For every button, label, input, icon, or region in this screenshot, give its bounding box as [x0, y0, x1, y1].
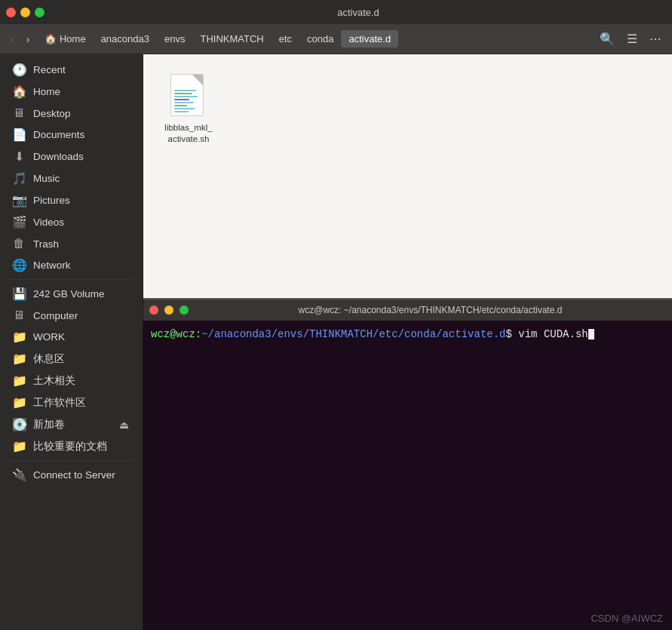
gongzuo-icon: 📁	[12, 395, 26, 410]
sidebar-item-pictures[interactable]: 📷 Pictures	[3, 189, 140, 211]
sidebar-item-videos[interactable]: 🎬 Videos	[3, 211, 140, 233]
sidebar-item-bijiaore[interactable]: 📁 比较重要的文档	[3, 435, 140, 457]
sidebar-label-computer: Computer	[33, 310, 78, 321]
music-icon: 🎵	[12, 171, 26, 186]
sidebar-label-recent: Recent	[33, 64, 66, 75]
sidebar-divider-2	[9, 460, 133, 461]
toolbar: ‹ › 🏠 Home anaconda3 envs THINKMATCH etc…	[0, 24, 672, 54]
sidebar-item-gongzuoruanjianqu[interactable]: 📁 工作软件区	[3, 392, 140, 413]
sidebar-item-downloads[interactable]: ⬇ Downloads	[3, 146, 140, 167]
view-list-button[interactable]: ☰	[622, 29, 642, 49]
home-icon: 🏠	[12, 85, 26, 99]
sidebar-label-network: Network	[33, 260, 71, 271]
trash-icon: 🗑	[12, 237, 26, 250]
sidebar-item-tumuxiangguan[interactable]: 📁 土木相关	[3, 370, 140, 392]
terminal-close-button[interactable]	[149, 306, 158, 315]
sidebar-label-tumuxiangguan: 土木相关	[33, 374, 75, 388]
file-icon-libblas	[170, 74, 207, 119]
sidebar-label-music: Music	[33, 173, 60, 184]
sidebar-label-home: Home	[33, 86, 60, 97]
maximize-button[interactable]	[35, 8, 44, 17]
minimize-button[interactable]	[20, 8, 30, 17]
sidebar-item-work[interactable]: 📁 WORK	[3, 326, 140, 348]
file-name-libblas: libblas_mkl_activate.sh	[164, 122, 212, 145]
sidebar-item-desktop[interactable]: 🖥 Desktop	[3, 103, 140, 124]
terminal-user: wcz@wcz:	[151, 328, 201, 340]
sidebar-label-downloads: Downloads	[33, 151, 84, 162]
sidebar-label-xiuxiqu: 休息区	[33, 352, 65, 366]
terminal-body[interactable]: wcz@wcz:~/anaconda3/envs/THINKMATCH/etc/…	[143, 321, 672, 630]
connect-server-icon: 🔌	[12, 468, 26, 482]
sidebar-label-desktop: Desktop	[33, 108, 71, 119]
work-icon: 📁	[12, 330, 26, 344]
sidebar-item-music[interactable]: 🎵 Music	[3, 167, 140, 189]
computer-icon: 🖥	[12, 309, 26, 322]
pictures-icon: 📷	[12, 193, 26, 207]
list-item[interactable]: libblas_mkl_activate.sh	[158, 69, 219, 149]
terminal-command: vim CUDA.sh	[512, 328, 588, 340]
eject-button[interactable]: ⏏	[118, 419, 130, 431]
sidebar-item-home[interactable]: 🏠 Home	[3, 81, 140, 103]
recent-icon: 🕐	[12, 63, 26, 77]
breadcrumb-etc[interactable]: etc	[272, 30, 299, 48]
sidebar-item-network[interactable]: 🌐 Network	[3, 254, 140, 276]
sidebar-label-documents: Documents	[33, 129, 84, 140]
sidebar-label-volume: 242 GB Volume	[33, 288, 105, 300]
terminal-prompt: $	[505, 328, 511, 340]
search-button[interactable]: 🔍	[595, 29, 619, 49]
downloads-icon: ⬇	[12, 149, 26, 164]
terminal-cursor	[588, 329, 594, 340]
sidebar-label-gongzuoruanjianqu: 工作软件区	[33, 396, 86, 410]
sidebar-label-pictures: Pictures	[33, 195, 70, 206]
terminal-path: ~/anaconda3/envs/THINKMATCH/etc/conda/ac…	[201, 328, 505, 340]
documents-icon: 📄	[12, 128, 26, 142]
sidebar-item-recent[interactable]: 🕐 Recent	[3, 59, 140, 81]
sidebar: 🕐 Recent 🏠 Home 🖥 Desktop 📄 Documents ⬇ …	[0, 54, 143, 630]
breadcrumb: 🏠 Home anaconda3 envs THINKMATCH etc con…	[37, 30, 592, 48]
sidebar-label-work: WORK	[33, 331, 65, 343]
breadcrumb-envs[interactable]: envs	[157, 30, 192, 48]
toolbar-actions: 🔍 ☰ ⋯	[595, 29, 666, 49]
xiuxiqu-icon: 📁	[12, 352, 26, 366]
main-layout: 🕐 Recent 🏠 Home 🖥 Desktop 📄 Documents ⬇ …	[0, 54, 672, 630]
terminal-maximize-button[interactable]	[180, 306, 189, 315]
breadcrumb-anaconda3[interactable]: anaconda3	[94, 30, 157, 48]
sidebar-label-bijiaore: 比较重要的文档	[33, 440, 107, 453]
breadcrumb-thinkmatch[interactable]: THINKMATCH	[192, 30, 271, 48]
breadcrumb-activated[interactable]: activate.d	[341, 30, 398, 48]
sidebar-item-computer[interactable]: 🖥 Computer	[3, 305, 140, 326]
sidebar-item-trash[interactable]: 🗑 Trash	[3, 233, 140, 254]
sidebar-label-xinjajuan: 新加卷	[33, 418, 65, 432]
terminal-command-line: wcz@wcz:~/anaconda3/envs/THINKMATCH/etc/…	[151, 327, 664, 343]
terminal-title: wcz@wcz: ~/anaconda3/envs/THINKMATCH/etc…	[195, 305, 666, 315]
sidebar-item-xinjajuan[interactable]: 💽 新加卷 ⏏	[3, 413, 140, 435]
close-button[interactable]	[6, 8, 16, 17]
sidebar-item-xiuxiqu[interactable]: 📁 休息区	[3, 348, 140, 370]
volume-icon: 💾	[12, 287, 26, 301]
terminal-overlay: wcz@wcz: ~/anaconda3/envs/THINKMATCH/etc…	[143, 298, 672, 630]
sidebar-item-volume-242[interactable]: 💾 242 GB Volume	[3, 283, 140, 305]
back-button[interactable]: ‹	[6, 30, 19, 48]
window-title: activate.d	[51, 7, 666, 18]
tumu-icon: 📁	[12, 373, 26, 388]
terminal-minimize-button[interactable]	[164, 306, 173, 315]
sidebar-item-documents[interactable]: 📄 Documents	[3, 124, 140, 146]
sidebar-divider-1	[9, 279, 133, 280]
desktop-icon: 🖥	[12, 106, 26, 120]
network-icon: 🌐	[12, 258, 26, 272]
videos-icon: 🎬	[12, 215, 26, 229]
terminal-titlebar: wcz@wcz: ~/anaconda3/envs/THINKMATCH/etc…	[143, 300, 672, 321]
breadcrumb-home[interactable]: 🏠 Home	[37, 30, 93, 48]
xinjajuan-icon: 💽	[12, 417, 26, 432]
sidebar-item-connect-server[interactable]: 🔌 Connect to Server	[3, 464, 140, 486]
sidebar-label-connect-server: Connect to Server	[33, 469, 115, 481]
breadcrumb-conda[interactable]: conda	[299, 30, 341, 48]
window-controls	[6, 8, 44, 17]
app-grid-button[interactable]: ⋯	[645, 29, 666, 49]
sidebar-label-trash: Trash	[33, 238, 59, 250]
title-bar: activate.d	[0, 0, 672, 24]
file-grid: libblas_mkl_activate.sh	[143, 54, 672, 164]
forward-button[interactable]: ›	[22, 30, 35, 48]
bijiaore-icon: 📁	[12, 439, 26, 453]
file-area: libblas_mkl_activate.sh wcz@wcz: ~/anaco…	[143, 54, 672, 630]
